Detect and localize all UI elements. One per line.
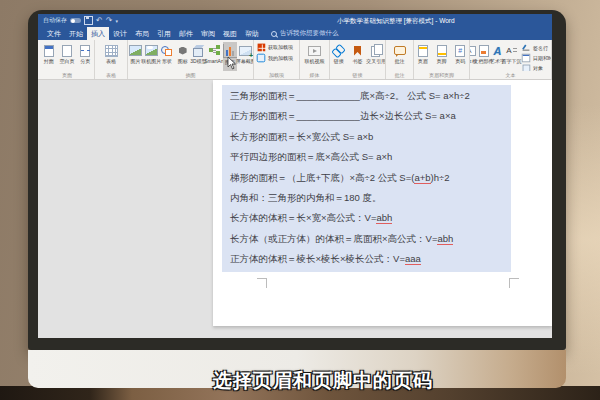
button-label: 签名行 bbox=[533, 45, 548, 51]
header-footer-group-buttons: 页眉页脚页码 bbox=[414, 42, 469, 71]
footer-button[interactable]: 页脚 bbox=[433, 42, 451, 71]
pages-group: 封面空白页分页页面 bbox=[40, 40, 95, 79]
tab-design[interactable]: 设计 bbox=[109, 27, 131, 40]
button-label: 页码 bbox=[455, 58, 465, 64]
pictures-button[interactable]: 图片 bbox=[128, 42, 143, 71]
redo-icon[interactable]: ↷ bbox=[106, 17, 113, 25]
page-break-button[interactable]: 分页 bbox=[77, 42, 94, 71]
shapes-button[interactable]: 形状 bbox=[160, 42, 175, 71]
tab-home[interactable]: 开始 bbox=[65, 27, 87, 40]
date-time-icon bbox=[522, 53, 531, 62]
picture-icon bbox=[129, 44, 142, 57]
doc-line[interactable]: 正方体的体积＝棱长×棱长×棱长公式：V=aaa bbox=[222, 249, 511, 269]
word-window: 自动保存 ↶ ↷ ▾ 小学数学基础知识整理 [兼容模式] - Word 文件开始… bbox=[38, 14, 552, 338]
doc-line[interactable]: 三角形的面积＝____________底×高÷2。 公式 S= a×h÷2 bbox=[222, 86, 511, 106]
group-label: 页面 bbox=[40, 71, 94, 79]
group-label: 文本 bbox=[470, 71, 551, 79]
doc-line[interactable]: 内角和：三角形的内角和＝180 度。 bbox=[222, 188, 511, 208]
3d-models-button[interactable]: 3D模型 bbox=[191, 42, 206, 71]
tell-me-search[interactable]: 告诉我你想要做什么 bbox=[271, 27, 339, 40]
doc-line[interactable]: 正方形的面积＝____________边长×边长公式 S= a×a bbox=[222, 106, 511, 126]
doc-line[interactable]: 长方体的体积＝长×宽×高公式：V=abh bbox=[222, 208, 511, 228]
tab-mailings[interactable]: 邮件 bbox=[175, 27, 197, 40]
button-label: 页眉 bbox=[418, 58, 428, 64]
button-label: 交叉引用 bbox=[366, 58, 385, 64]
text-box-icon bbox=[470, 44, 476, 57]
autosave-toggle[interactable] bbox=[70, 18, 81, 23]
bookmark-button[interactable]: 书签 bbox=[349, 42, 367, 71]
blank-page-icon bbox=[60, 44, 73, 57]
text-run: 正方形的面积＝____________边长×边长公式 S= a×a bbox=[230, 110, 456, 121]
header-button[interactable]: 页眉 bbox=[414, 42, 432, 71]
get-addins-button[interactable]: 获取加载项 bbox=[256, 42, 299, 51]
cross-reference-icon bbox=[370, 44, 383, 57]
link-button[interactable]: 链接 bbox=[330, 42, 348, 71]
mouse-cursor bbox=[227, 56, 237, 70]
wordart-button[interactable]: 艺术字 bbox=[491, 42, 504, 71]
undo-icon[interactable]: ↶ bbox=[96, 17, 103, 25]
misspelled-run: abh bbox=[437, 233, 453, 245]
cover-page-button[interactable]: 封面 bbox=[40, 42, 57, 71]
comment-icon bbox=[393, 44, 406, 57]
icons-button[interactable]: 图标 bbox=[175, 42, 190, 71]
online-video-button[interactable]: 联机视频 bbox=[300, 42, 329, 71]
button-label: 图标 bbox=[178, 58, 188, 64]
quick-access-toolbar: 自动保存 ↶ ↷ ▾ bbox=[43, 14, 118, 27]
group-label: 插图 bbox=[128, 71, 253, 79]
cross-reference-button[interactable]: 交叉引用 bbox=[367, 42, 385, 71]
link-icon bbox=[332, 44, 345, 57]
group-label: 加载项 bbox=[254, 71, 299, 79]
signature-line-icon bbox=[522, 43, 531, 52]
table-button[interactable]: 表格 bbox=[95, 42, 127, 71]
doc-line[interactable]: 长方形的面积＝长×宽公式 S= a×b bbox=[222, 127, 511, 147]
ribbon-tab-bar: 文件开始插入设计布局引用邮件审阅视图帮助 告诉我你想要做什么 bbox=[38, 27, 552, 40]
quick-parts-button[interactable]: 文档部件 bbox=[477, 42, 490, 71]
screenshot-icon bbox=[239, 44, 252, 57]
drop-cap-button[interactable]: 首字下沉 bbox=[505, 42, 518, 71]
comment-button[interactable]: 批注 bbox=[386, 42, 413, 71]
tables-group: 表格表格 bbox=[95, 40, 128, 79]
text-run: 平行四边形的面积＝底×高公式 S= a×h bbox=[230, 151, 392, 162]
tab-view[interactable]: 视图 bbox=[219, 27, 241, 40]
button-label: 批注 bbox=[395, 58, 405, 64]
button-label: 空白页 bbox=[59, 58, 74, 64]
tab-review[interactable]: 审阅 bbox=[197, 27, 219, 40]
date-time-button[interactable]: 日期和时间 bbox=[521, 53, 551, 62]
tab-file[interactable]: 文件 bbox=[43, 27, 65, 40]
tab-layout[interactable]: 布局 bbox=[131, 27, 153, 40]
page-break-icon bbox=[79, 44, 92, 57]
online-pictures-button[interactable]: 联机图片 bbox=[144, 42, 159, 71]
group-label: 媒体 bbox=[300, 71, 329, 79]
online-pictures-icon bbox=[145, 44, 158, 57]
my-addins-button[interactable]: 我的加载项 bbox=[256, 53, 299, 62]
doc-line[interactable]: 平行四边形的面积＝底×高公式 S= a×h bbox=[222, 147, 511, 167]
object-button[interactable]: 对象 bbox=[521, 63, 551, 71]
screenshot-button[interactable]: 屏幕截图 bbox=[238, 42, 253, 71]
text-box-button[interactable]: 文本框 bbox=[470, 42, 476, 71]
crop-mark-left bbox=[257, 278, 267, 288]
tab-insert[interactable]: 插入 bbox=[87, 27, 109, 40]
qat-customize-icon[interactable]: ▾ bbox=[115, 18, 118, 24]
doc-line[interactable]: 长方体（或正方体）的体积＝底面积×高公式：V=abh bbox=[222, 229, 511, 249]
text-run: 梯形的面积＝（上底+下底）×高÷2 公式 S=( bbox=[230, 172, 414, 183]
button-label: 表格 bbox=[106, 58, 116, 64]
page-number-button[interactable]: 页码 bbox=[451, 42, 469, 71]
my-addins-icon bbox=[257, 53, 266, 62]
signature-line-button[interactable]: 签名行 bbox=[521, 43, 551, 52]
button-label: 书签 bbox=[353, 58, 363, 64]
links-group-buttons: 链接书签交叉引用 bbox=[330, 42, 385, 71]
document-page[interactable]: 三角形的面积＝____________底×高÷2。 公式 S= a×h÷2正方形… bbox=[213, 80, 552, 326]
tab-help[interactable]: 帮助 bbox=[241, 27, 263, 40]
addins-group: 获取加载项我的加载项加载项 bbox=[254, 40, 300, 79]
blank-page-button[interactable]: 空白页 bbox=[58, 42, 75, 71]
button-label: 我的加载项 bbox=[268, 55, 293, 61]
save-icon[interactable] bbox=[84, 16, 93, 25]
doc-line[interactable]: 梯形的面积＝（上底+下底）×高÷2 公式 S=(a+b)h÷2 bbox=[222, 168, 511, 188]
text-run: 三角形的面积＝____________底×高÷2。 公式 S= a×h÷2 bbox=[230, 90, 470, 101]
misspelled-run: a+b bbox=[414, 172, 430, 184]
video-subtitle: 选择页眉和页脚中的页码 bbox=[213, 368, 433, 394]
selected-text-block: 三角形的面积＝____________底×高÷2。 公式 S= a×h÷2正方形… bbox=[222, 85, 511, 272]
smartart-button[interactable]: SmartArt bbox=[207, 42, 222, 71]
search-label: 告诉我你想要做什么 bbox=[280, 29, 339, 38]
tab-references[interactable]: 引用 bbox=[153, 27, 175, 40]
